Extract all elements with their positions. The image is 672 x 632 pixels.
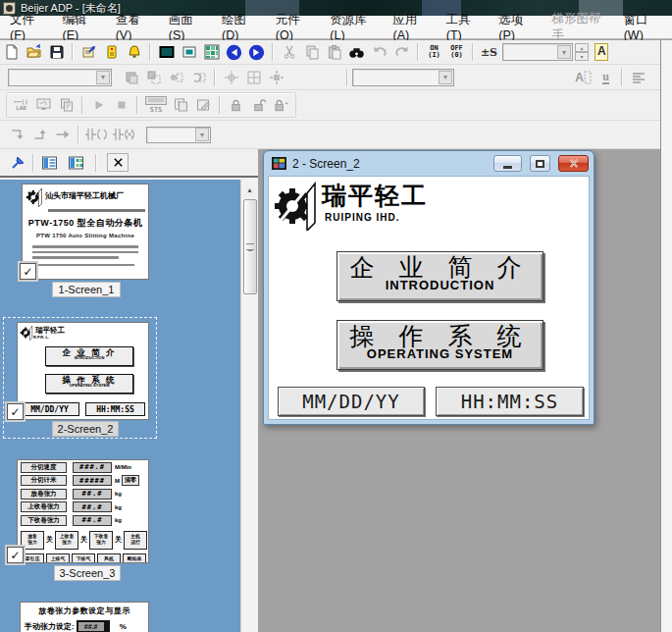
paste-icon[interactable]: [323, 42, 345, 62]
redo-icon[interactable]: [390, 42, 413, 62]
close-pane-button[interactable]: [107, 153, 129, 172]
grid-icon[interactable]: [242, 68, 265, 87]
screen2-checkbox[interactable]: ✓: [7, 403, 24, 420]
screen-thumbnail-4[interactable]: 放卷张力参数设定与显示 手动张力设定: ##.# %: [20, 602, 149, 632]
screen-thumbnail-2[interactable]: 瑞平轻工 R.P.R. L. 企 业 简 介 INTRODUCTION 操 作 …: [17, 322, 149, 420]
screen2-canvas[interactable]: 瑞平轻工 RUIPING IHD. 企 业 简 介 INTRODUCTION 操…: [268, 176, 590, 420]
underline-icon[interactable]: u: [594, 68, 617, 87]
lock-menu-icon[interactable]: [270, 95, 292, 115]
place-state-icon[interactable]: [165, 68, 187, 87]
scale-button[interactable]: ±S: [478, 42, 500, 62]
introduction-button[interactable]: 企 业 简 介 INTRODUCTION: [336, 251, 543, 301]
scrollbar-thumb[interactable]: [243, 199, 257, 294]
unlock-icon[interactable]: [247, 95, 270, 115]
crosshair-icon[interactable]: [220, 68, 242, 87]
back-icon[interactable]: [223, 42, 245, 62]
font-color-icon[interactable]: A: [594, 43, 608, 61]
ladder-combo[interactable]: ▾: [146, 127, 211, 143]
contact-coil-x-icon[interactable]: [111, 125, 138, 144]
on-state-button[interactable]: ON(I): [423, 42, 445, 62]
center-object-icon[interactable]: [265, 68, 287, 87]
thumb1-fineprint-bar: [36, 264, 134, 267]
state-combo[interactable]: ▾: [8, 69, 112, 86]
workspace-scroll-strip[interactable]: [660, 40, 672, 632]
zoom-combo[interactable]: ▾: [502, 43, 573, 61]
close-icon: [569, 159, 579, 168]
group-icon[interactable]: [120, 68, 142, 87]
close-button[interactable]: [558, 155, 589, 172]
scroll-up-icon[interactable]: ▲: [242, 183, 257, 197]
route-right-icon[interactable]: [51, 125, 74, 144]
menu-window[interactable]: 窗口(W): [616, 16, 672, 38]
chevron-down-icon[interactable]: ▾: [439, 71, 452, 84]
run-icon[interactable]: [87, 95, 110, 115]
screen3-checkbox[interactable]: ✓: [7, 547, 24, 563]
screen-thumbnail-1[interactable]: 汕头市瑞平轻工机械厂 PTW-1750 型全自动分条机 PTW 1750 Aut…: [22, 184, 149, 280]
off-state-button[interactable]: OFF(0): [445, 42, 468, 62]
screen2-window[interactable]: 2 - Screen_2 瑞平轻工 RUIPING IHD. 企 业 简: [263, 150, 594, 425]
menu-file[interactable]: 文件(F): [2, 16, 55, 38]
zoom-spinner[interactable]: ▴▾: [575, 43, 589, 61]
minimize-button[interactable]: [493, 155, 522, 172]
screen2-window-titlebar[interactable]: 2 - Screen_2: [264, 151, 594, 176]
open-icon[interactable]: [23, 42, 45, 62]
chevron-down-icon[interactable]: ▾: [195, 128, 209, 141]
date-display[interactable]: MM/DD/YY: [278, 387, 425, 416]
route-up-icon[interactable]: [28, 125, 51, 144]
route-down-icon[interactable]: [6, 125, 28, 144]
menu-options[interactable]: 选项(P): [491, 16, 543, 38]
screens-scrollbar[interactable]: ▲: [240, 180, 258, 632]
forward-icon[interactable]: [245, 42, 268, 62]
menu-library[interactable]: 资源库(L): [322, 16, 385, 38]
save-icon[interactable]: [45, 42, 68, 62]
menu-ladder-helper[interactable]: 梯形图帮手: [543, 16, 615, 38]
undo-icon[interactable]: [368, 42, 390, 62]
contact-coil-icon[interactable]: [83, 125, 111, 144]
rotate-state-icon[interactable]: [187, 68, 210, 87]
new-icon[interactable]: [0, 42, 23, 62]
tile-screens-icon[interactable]: [200, 42, 223, 62]
menu-application[interactable]: 应用(A): [386, 16, 439, 38]
monitor-icon[interactable]: [32, 95, 55, 115]
thumbnail-view-icon[interactable]: [65, 153, 87, 173]
alarm-bell-icon[interactable]: [123, 42, 145, 62]
thumb4-row-unit: %: [120, 622, 127, 631]
menu-edit[interactable]: 编辑(E): [55, 16, 108, 38]
time-display[interactable]: HH:MM:SS: [436, 387, 584, 416]
screen-icon[interactable]: [155, 42, 178, 62]
spin-down-icon[interactable]: ▾: [575, 52, 589, 61]
fit-text-icon[interactable]: A: [572, 68, 594, 87]
page-edit-icon[interactable]: [192, 95, 215, 115]
menu-screen[interactable]: 画面(S): [161, 16, 214, 38]
screen-small-icon[interactable]: [178, 42, 200, 62]
pin-icon[interactable]: [6, 153, 28, 173]
spin-up-icon[interactable]: ▴: [575, 43, 589, 52]
ladder-lad-icon[interactable]: ⌐⌐()LAD: [10, 95, 32, 115]
export-screen-icon[interactable]: [78, 42, 100, 62]
text-style-combo[interactable]: ▾: [352, 69, 454, 86]
chevron-down-icon[interactable]: ▾: [96, 71, 110, 84]
find-icon[interactable]: [345, 42, 368, 62]
cut-icon[interactable]: [278, 42, 300, 62]
thumb3-toggle: 主机 运行: [124, 531, 147, 550]
copy-icon[interactable]: [300, 42, 323, 62]
stop-icon[interactable]: [110, 95, 132, 115]
pages-icon[interactable]: 1: [170, 95, 192, 115]
chevron-down-icon[interactable]: ▾: [557, 45, 571, 59]
lock-icon[interactable]: [225, 95, 247, 115]
align-icon[interactable]: [627, 68, 649, 87]
detail-view-icon[interactable]: [38, 153, 61, 173]
menu-view[interactable]: 查看(V): [108, 16, 161, 38]
screen-thumbnail-3[interactable]: 分切速度 ###.# M/Min 分切计米 ##### M 清零 放卷张力 ##…: [17, 459, 149, 563]
tag-icon[interactable]: [100, 42, 123, 62]
maximize-button[interactable]: [530, 155, 550, 172]
group-dashed-icon[interactable]: [142, 68, 165, 87]
menu-tool[interactable]: 工具(T): [439, 16, 491, 38]
menu-draw[interactable]: 绘图(D): [214, 16, 268, 38]
screen2-label: 2-Screen_2: [52, 421, 119, 437]
operating-system-button[interactable]: 操 作 系 统 OPERATING SYSTEM: [336, 320, 543, 370]
menu-object[interactable]: 元件(O): [268, 16, 322, 38]
screen1-checkbox[interactable]: ✓: [20, 263, 36, 280]
copy-pages-icon[interactable]: [55, 95, 78, 115]
sts-keyboard-icon[interactable]: STS: [142, 95, 170, 115]
